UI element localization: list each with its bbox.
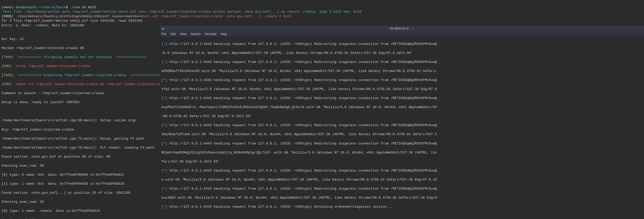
dbg-line: [0] type: 1 name: .rodata Data sz:0x7ffe… <box>2 209 158 213</box>
window-control-icon[interactable] <box>162 28 164 30</box>
task-line-3: [TASK] ============ Executing /tmp/elf_l… <box>2 73 158 78</box>
blank2 <box>2 109 158 114</box>
menu-file[interactable]: File <box>161 32 166 36</box>
host-file-line: host file ./bin/Debug/elfldr with /tmp/e… <box>2 10 361 14</box>
dbg-line: Found section .note.gnu.buf at position … <box>2 155 158 159</box>
log-line: bxoJKEO with UA 'Mozilla/5.0 (Windows NT… <box>161 196 642 200</box>
log-line: [*] http://127.0.0.1:4443 handling reque… <box>161 42 642 46</box>
xor-line: Xor key: 23 <box>2 37 158 42</box>
dbg-line: Key found: (0x)23 <box>2 218 158 219</box>
blank <box>161 214 642 218</box>
dbg-line: Found section .note.gnu.buf[...] at posi… <box>2 191 158 195</box>
packed-line: Packed /tmp/elf_loader/injected-cradle O… <box>2 46 158 51</box>
log-line: /5.0 (Windows NT 10.0; Win64; x64) Apple… <box>161 51 642 55</box>
log-line: [*] http://127.0.0.1:4443 handling reque… <box>161 141 642 146</box>
right-terminal-window: dev@devpc6: ~ File Edit View Search Term… <box>160 26 644 137</box>
log-line: /98.0.4758.81 Safari/537.36 Edg/97.0.107… <box>161 114 642 119</box>
window-title: dev@devpc6: ~ <box>390 27 414 31</box>
menubar: File Edit View Search Terminal Help <box>160 31 644 37</box>
log-line: [*] http://127.0.0.1:4443 handling reque… <box>161 60 642 64</box>
right-terminal-body[interactable]: [*] http://127.0.0.1:4443 handling reque… <box>160 37 644 219</box>
log-line: bP9GBUw7f3GtbRxdxDS with UA 'Mozilla/5.0… <box>161 69 642 74</box>
left-terminal-cont[interactable]: Xor key: 23 Packed /tmp/elf_loader/injec… <box>0 23 160 219</box>
menu-search[interactable]: Search <box>191 32 201 36</box>
dbg-line: Checking ksec_num: 30 <box>2 164 158 168</box>
titlebar[interactable]: dev@devpc6: ~ <box>160 26 644 31</box>
cmd-line-1: [CMD] ./bin/Debug/elfpack ./bin/Debug/el… <box>2 14 291 19</box>
blank <box>2 28 158 33</box>
log-line: [*] http://127.0.0.1:4443 handling reque… <box>161 205 642 209</box>
setup-done-line: Setup is done, ready to launch? <ENTER> <box>2 100 158 105</box>
prompt-line: (venv) dev@devpc6:~/Code/elfpack$ ./run.… <box>2 5 158 10</box>
cmd-line-2: [CMD] strip /tmp/elf_loader/injected-cra… <box>2 64 158 69</box>
fd-line: fd: 3 file /tmp/elf_loader/mettle-shell.… <box>2 19 142 23</box>
log-line: 0syPUcUYJzOdbOFrd_-PmoIxwyvLT1dB9jPxE9iE… <box>161 105 642 110</box>
dbg-line: [1] type: 1 name: 0x1 data: 0x7ffed6f0e6… <box>2 182 158 186</box>
cmd-line-3: [CMD] chmod +rx /tmp/elf_loader/injected… <box>2 82 158 87</box>
menu-terminal[interactable]: Terminal <box>205 32 216 36</box>
cmd-launch-line: Command to launch : /tmp/elf_loader/inje… <box>2 91 158 96</box>
dbg-line: Arg: /tmp/elf_loader/injected-cradle <box>2 127 158 132</box>
log-line: [*] http://127.0.0.1:4443 handling reque… <box>161 123 642 128</box>
log-line: NCqeSrKqm5VMqQJSjcgI9ZsDnwsoidpUjYq_KO9x… <box>161 150 642 155</box>
menu-view[interactable]: View <box>180 32 187 36</box>
menu-edit[interactable]: Edit <box>170 32 176 36</box>
task-line-2: [TASK] ============ Stripping symbols bu… <box>2 55 158 60</box>
log-line: 1AqYWvpfjHYu8A with UA 'Mozilla/5.0 (Win… <box>161 132 642 137</box>
log-line: [*] http://127.0.0.1:4443 handling reque… <box>161 96 642 101</box>
dbg-line: Checking psec_num: 29 <box>2 200 158 204</box>
menu-help[interactable]: Help <box>220 32 227 36</box>
log-line: fari/537.36 Edg/97.0.1072.69' <box>161 159 642 164</box>
log-line: a with UA 'Mozilla/5.0 (Windows NT 10.0;… <box>161 177 642 182</box>
log-line: tfq2 with UA 'Mozilla/5.0 (Windows NT 10… <box>161 87 642 92</box>
dbg-line: /home/dev/Code/elfpack/src/elfldr.cpp:76… <box>2 145 158 150</box>
dbg-line: /home/dev/Code/elfpack/src/elfldr.cpp:72… <box>2 136 158 141</box>
log-line: [*] http://127.0.0.1:4443 handling reque… <box>161 168 642 173</box>
dbg-line: [0] type: 0 name: 0x0 data: 0x7ffed6f0e6… <box>2 173 158 177</box>
log-line: [*] http://127.0.0.1:4443 handling reque… <box>161 186 642 191</box>
log-line: [*] http://127.0.0.1:4443 handling reque… <box>161 78 642 83</box>
dbg-line: /home/dev/Code/elfpack/src/elfldr.cpp:68… <box>2 118 158 123</box>
